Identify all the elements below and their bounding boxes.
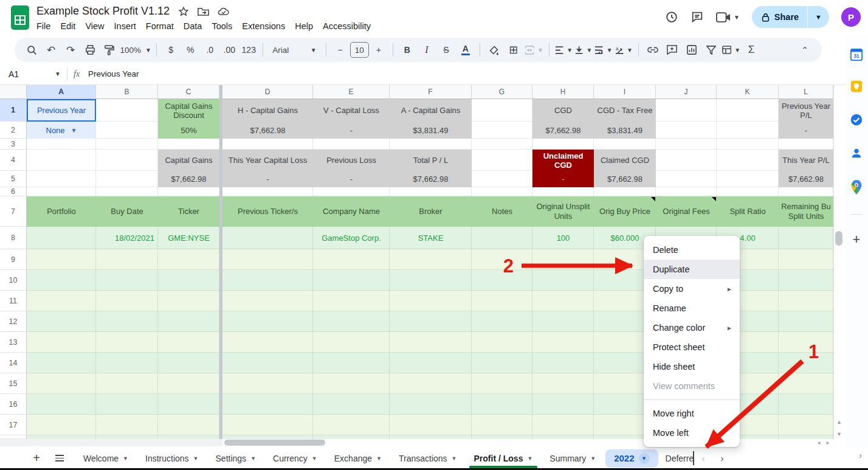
sheet-tab-currency[interactable]: Currency▼ — [264, 448, 326, 468]
data-cell-B8[interactable]: 18/02/2021 — [96, 227, 158, 249]
tabs-scroll-right-icon[interactable]: › — [713, 453, 732, 463]
document-title[interactable]: Example Stock Profit V1.12 — [36, 5, 170, 18]
create-filter-button[interactable] — [703, 41, 720, 58]
context-menu-item-delete[interactable]: Delete — [644, 240, 740, 260]
sheet-tab-caret-icon[interactable]: ▼ — [639, 453, 650, 464]
scroll-left-button[interactable]: ◄ — [815, 439, 823, 446]
all-sheets-menu-icon[interactable] — [52, 451, 67, 466]
summary-block-cgd[interactable]: CGD$7,662.98 — [532, 99, 594, 139]
keep-icon[interactable] — [849, 79, 864, 94]
column-header-I[interactable]: I — [594, 85, 656, 99]
account-avatar[interactable]: P — [841, 7, 861, 27]
row-header-13[interactable]: 13 — [0, 332, 27, 353]
version-history-icon[interactable] — [665, 10, 678, 24]
frozen-pane-divider[interactable] — [219, 85, 222, 439]
context-menu-item-hide-sheet[interactable]: Hide sheet — [644, 357, 740, 376]
sheets-logo[interactable] — [11, 5, 29, 30]
column-header-label-E[interactable]: Company Name — [313, 196, 390, 227]
summary-block-capital-gains-discount[interactable]: Capital Gains Discount50% — [158, 99, 219, 139]
row-header-2[interactable]: 2 — [0, 122, 27, 139]
share-button[interactable]: Share ▼ — [752, 6, 829, 28]
context-menu-item-protect-sheet[interactable]: Protect sheet — [644, 337, 740, 357]
decrease-font-button[interactable]: − — [332, 41, 349, 58]
context-menu-item-duplicate[interactable]: Duplicate — [644, 260, 740, 279]
decrease-decimals-button[interactable]: .0 — [201, 41, 218, 58]
tasks-icon[interactable] — [849, 112, 864, 127]
column-header-label-G[interactable]: Notes — [472, 196, 532, 227]
maps-icon[interactable] — [849, 180, 864, 195]
sheet-tab-caret-icon[interactable]: ▼ — [123, 455, 128, 461]
format-currency-button[interactable]: $ — [162, 41, 179, 58]
row-header-5[interactable]: 5 — [0, 171, 27, 187]
sheet-tab-caret-icon[interactable]: ▼ — [312, 455, 317, 461]
menu-insert[interactable]: Insert — [109, 20, 141, 32]
text-wrap-button[interactable]: ▼ — [594, 41, 612, 58]
row-header-6[interactable]: 6 — [0, 187, 27, 196]
column-header-label-L[interactable]: Remaining Bu Split Units — [779, 196, 833, 227]
column-header-E[interactable]: E — [313, 85, 390, 99]
format-percent-button[interactable]: % — [182, 41, 199, 58]
tabs-scroll-left-icon[interactable]: ‹ — [694, 453, 713, 463]
row-header-9[interactable]: 9 — [0, 249, 27, 270]
vertical-scrollbar[interactable] — [833, 85, 845, 439]
column-header-L[interactable]: L — [779, 85, 833, 99]
row-header-10[interactable]: 10 — [0, 270, 27, 291]
column-header-label-D[interactable]: Previous Ticker/s — [222, 196, 313, 227]
menu-data[interactable]: Data — [179, 20, 207, 32]
increase-font-button[interactable]: + — [370, 41, 387, 58]
summary-block-h-capital-gains[interactable]: H - Capital Gains$7,662.98 — [222, 99, 313, 139]
strikethrough-button[interactable]: S — [438, 41, 455, 58]
fill-color-button[interactable] — [486, 41, 503, 58]
row-header-12[interactable]: 12 — [0, 311, 27, 332]
insert-chart-button[interactable] — [683, 41, 700, 58]
summary-block-previous-year-p-l[interactable]: Previous Year P/L- — [779, 99, 833, 139]
vertical-scrollbar-thumb[interactable] — [835, 231, 842, 246]
undo-button[interactable]: ↶ — [43, 41, 60, 58]
row-header-16[interactable]: 16 — [0, 394, 27, 415]
sheet-tab-profit-loss[interactable]: Profit / Loss▼ — [466, 448, 542, 468]
font-select[interactable]: Arial▼ — [269, 41, 320, 58]
dropdown-caret-icon[interactable]: ▼ — [71, 127, 77, 134]
scroll-down-button[interactable]: ▼ — [834, 429, 844, 439]
meet-video-icon[interactable]: ▼ — [716, 12, 740, 22]
column-header-A[interactable]: A — [27, 85, 96, 99]
row-header-1[interactable]: 1 — [0, 99, 27, 122]
font-size-input[interactable]: 10 — [350, 42, 369, 58]
column-header-J[interactable]: J — [656, 85, 717, 99]
context-menu-item-move-left[interactable]: Move left — [644, 423, 740, 443]
menu-accessibility[interactable]: Accessibility — [318, 20, 376, 32]
context-menu-item-rename[interactable]: Rename — [644, 299, 740, 318]
add-sheet-button[interactable]: + — [29, 451, 44, 466]
print-button[interactable] — [81, 41, 98, 58]
scroll-up-button[interactable]: ▲ — [834, 417, 844, 427]
sheet-tab-transactions[interactable]: Transactions▼ — [390, 448, 466, 468]
menu-extensions[interactable]: Extensions — [237, 20, 290, 32]
column-header-label-H[interactable]: Original Unsplit Units — [532, 196, 594, 227]
comment-history-icon[interactable] — [691, 10, 704, 24]
column-header-K[interactable]: K — [717, 85, 779, 99]
contacts-icon[interactable] — [849, 146, 864, 161]
text-rotation-button[interactable]: A ▼ — [615, 41, 633, 58]
sheet-tab-2022[interactable]: 2022▼ — [605, 449, 658, 468]
sheet-tab-summary[interactable]: Summary▼ — [541, 448, 604, 468]
number-format-button[interactable]: 123 — [240, 41, 257, 58]
italic-button[interactable]: I — [418, 41, 435, 58]
menu-format[interactable]: Format — [141, 20, 179, 32]
collapse-toolbar-icon[interactable]: ⌃ — [796, 41, 813, 58]
sheet-tab-caret-icon[interactable]: ▼ — [193, 455, 199, 461]
column-header-label-B[interactable]: Buy Date — [96, 196, 158, 227]
context-menu-item-copy-to[interactable]: Copy to► — [644, 279, 740, 299]
sheet-tab-caret-icon[interactable]: ▼ — [590, 455, 596, 461]
sheet-tab-instructions[interactable]: Instructions▼ — [137, 448, 207, 468]
get-add-ons-button[interactable]: + — [849, 232, 864, 247]
insert-comment-button[interactable] — [664, 41, 681, 58]
row-header-4[interactable]: 4 — [0, 150, 27, 171]
context-menu-item-move-right[interactable]: Move right — [644, 404, 740, 423]
vertical-align-button[interactable]: ▼ — [575, 41, 592, 58]
text-color-button[interactable]: A — [457, 41, 474, 58]
sheet-tab-caret-icon[interactable]: ▼ — [250, 455, 256, 461]
row-header-15[interactable]: 15 — [0, 373, 27, 394]
menu-edit[interactable]: Edit — [55, 20, 80, 32]
insert-link-button[interactable] — [644, 41, 661, 58]
panel-chevron-icon[interactable]: › — [859, 450, 862, 460]
